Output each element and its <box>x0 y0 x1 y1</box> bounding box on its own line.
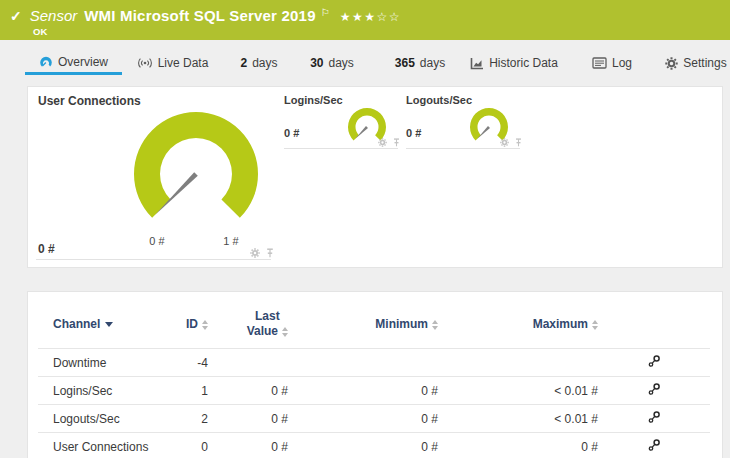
tile-divider <box>36 259 271 260</box>
gauge-title: Logouts/Sec <box>406 94 472 106</box>
cell-minimum: 0 # <box>288 440 438 454</box>
cell-channel: Logouts/Sec <box>53 412 163 426</box>
channels-table-panel: Channel ID Last Value Minimum Maximum Do… <box>27 291 723 458</box>
tab-label: Overview <box>58 55 108 69</box>
sort-icon <box>592 320 598 330</box>
status-badge: OK <box>33 26 47 37</box>
cell-last-value: 0 # <box>208 412 288 426</box>
sensor-status-banner: ✓ Sensor WMI Microsoft SQL Server 2019 ⚐… <box>0 0 730 40</box>
sort-caret-icon <box>105 322 113 327</box>
edit-channel-icon[interactable] <box>647 357 661 371</box>
tab-label: days <box>420 56 445 70</box>
prtg-sensor-page: ✓ Sensor WMI Microsoft SQL Server 2019 ⚐… <box>0 0 730 458</box>
tab-label: Settings <box>683 56 726 70</box>
gauge-title: Logins/Sec <box>284 94 343 106</box>
table-row: Logouts/Sec 2 0 # 0 # < 0.01 # <box>38 405 710 433</box>
tab-label: days <box>329 56 354 70</box>
cell-minimum: 0 # <box>288 412 438 426</box>
priority-star-rating[interactable]: ★★★☆☆ <box>340 10 401 24</box>
tile-divider <box>284 148 398 149</box>
tab-label: Log <box>612 56 632 70</box>
table-row: Downtime -4 <box>38 349 710 377</box>
edit-channel-icon[interactable] <box>647 441 661 455</box>
cell-maximum: < 0.01 # <box>438 412 598 426</box>
cell-last-value: 0 # <box>208 384 288 398</box>
gauges-panel: User Connections 0 # 1 # 0 # Logins/Sec … <box>27 86 723 268</box>
user-connections-gauge <box>130 108 262 240</box>
tab-365-days[interactable]: 365 days <box>390 46 450 75</box>
tab-log[interactable]: Log <box>588 46 636 75</box>
gauge-current-value: 0 # <box>406 127 421 139</box>
historic-chart-icon <box>470 57 484 70</box>
gauge-scale-max: 1 # <box>211 235 251 247</box>
priority-flag-icon[interactable]: ⚐ <box>321 7 330 18</box>
cell-last-value: 0 # <box>208 440 288 454</box>
tab-label: Live Data <box>158 56 209 70</box>
edit-channel-icon[interactable] <box>647 385 661 399</box>
cell-id: -4 <box>163 356 208 370</box>
tab-live-data[interactable]: Live Data <box>135 46 210 75</box>
tab-overview[interactable]: Overview <box>25 46 122 75</box>
channels-table: Channel ID Last Value Minimum Maximum Do… <box>38 292 710 458</box>
header-minimum[interactable]: Minimum <box>288 317 438 331</box>
header-channel[interactable]: Channel <box>53 317 163 331</box>
table-row: User Connections 0 0 # 0 # 0 # <box>38 433 710 458</box>
cell-id: 2 <box>163 412 208 426</box>
log-icon <box>592 57 607 69</box>
cell-id: 0 <box>163 440 208 454</box>
sensor-title: WMI Microsoft SQL Server 2019 <box>84 7 315 24</box>
tab-30-days[interactable]: 30 days <box>303 46 361 75</box>
status-check-icon: ✓ <box>10 8 22 24</box>
tile-divider <box>406 148 520 149</box>
tab-label: Historic Data <box>489 56 558 70</box>
tab-number: 30 <box>310 56 323 70</box>
table-header-row: Channel ID Last Value Minimum Maximum <box>38 292 710 349</box>
edit-channel-icon[interactable] <box>647 413 661 427</box>
table-row: Logins/Sec 1 0 # 0 # < 0.01 # <box>38 377 710 405</box>
gauge-current-value: 0 # <box>38 242 55 256</box>
gauge-icon <box>39 55 53 69</box>
cell-minimum: 0 # <box>288 384 438 398</box>
header-last-value[interactable]: Last Value <box>208 309 288 339</box>
tab-2-days[interactable]: 2 days <box>233 46 285 75</box>
gauge-title: User Connections <box>38 94 141 108</box>
cell-channel: Logins/Sec <box>53 384 163 398</box>
cell-id: 1 <box>163 384 208 398</box>
cell-channel: User Connections <box>53 440 163 454</box>
header-id[interactable]: ID <box>163 317 208 331</box>
tab-historic-data[interactable]: Historic Data <box>470 46 558 75</box>
header-maximum[interactable]: Maximum <box>438 317 598 331</box>
broadcast-icon <box>137 57 153 69</box>
tab-number: 365 <box>395 56 415 70</box>
cell-maximum: 0 # <box>438 440 598 454</box>
cell-maximum: < 0.01 # <box>438 384 598 398</box>
gauge-current-value: 0 # <box>284 127 299 139</box>
cell-channel: Downtime <box>53 356 163 370</box>
gear-icon <box>665 57 678 70</box>
tab-label: days <box>252 56 277 70</box>
tab-settings[interactable]: Settings <box>665 46 727 75</box>
gauge-scale-min: 0 # <box>137 235 177 247</box>
tab-number: 2 <box>240 56 247 70</box>
object-kind-label: Sensor <box>30 7 78 24</box>
